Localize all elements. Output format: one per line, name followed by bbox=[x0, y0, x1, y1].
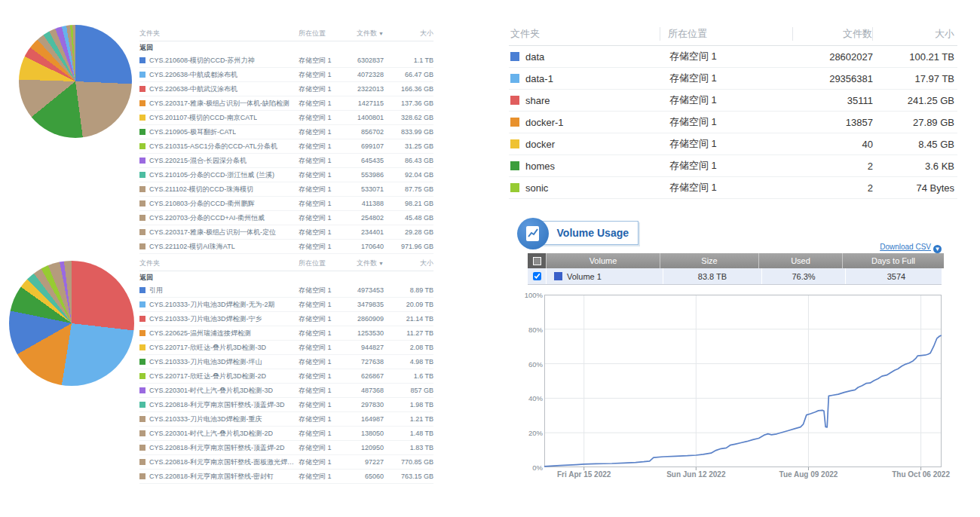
folder-row[interactable]: CYS.220638-中航成都涂布机存储空间 1407232866.47 GB bbox=[139, 68, 433, 82]
folder-name-cell[interactable]: CYS.220301-时代上汽-叠片机3D检测-3D bbox=[139, 386, 299, 396]
volume-name-cell[interactable]: Volume 1 bbox=[546, 268, 663, 284]
shared-folder-row[interactable]: sonic存储空间 1274 Bytes bbox=[509, 177, 957, 199]
folder-row[interactable]: CYS.220301-时代上汽-叠片机3D检测-3D存储空间 148736885… bbox=[139, 384, 433, 398]
folder-row[interactable]: CYS.221102-模切AI珠海ATL存储空间 1170640971.96 G… bbox=[139, 240, 433, 254]
folder-name-cell[interactable]: data bbox=[509, 51, 662, 63]
folder-name-cell[interactable]: CYS.211102-模切的CCD-珠海模切 bbox=[139, 185, 299, 194]
folder-name-cell[interactable]: CYS.220818-利元亨南京国轩整线-顶盖焊-2D bbox=[139, 443, 299, 453]
column-size[interactable]: Size bbox=[660, 253, 758, 268]
column-folder[interactable]: 文件夹 bbox=[509, 27, 660, 41]
folder-row[interactable]: CYS.220215-混合-长园深分条机存储空间 164543586.43 GB bbox=[139, 154, 433, 168]
folder-row[interactable]: CYS.210333-刀片电池3D焊检测-坪山存储空间 17276384.98 … bbox=[139, 355, 433, 369]
folder-name-cell[interactable]: CYS.220638-中航武汉涂布机 bbox=[139, 84, 299, 94]
folder-name-cell[interactable]: CYS.210608-模切的CCD-苏州力神 bbox=[139, 56, 299, 66]
folder-name-cell[interactable]: CYS.220215-混合-长园深分条机 bbox=[139, 156, 299, 166]
folder-name-cell[interactable]: CYS.220317-雅康-极组占识别一体机-缺陷检测 bbox=[139, 99, 299, 109]
folder-row[interactable]: CYS.210315-ASC1分条的CCD-ATL分条机存储空间 1699107… bbox=[139, 139, 433, 154]
folder-row[interactable]: CYS.220317-雅康-极组占识别一体机-缺陷检测存储空间 11427115… bbox=[139, 96, 433, 111]
folder-name-cell[interactable]: CYS.221102-模切AI珠海ATL bbox=[139, 242, 299, 252]
folder-name-cell[interactable]: CYS.220717-欣旺达-叠片机3D检测-2D bbox=[139, 372, 299, 381]
folder-row[interactable]: CYS.210608-模切的CCD-苏州力神存储空间 163028371.1 T… bbox=[139, 54, 433, 68]
folder-name-cell[interactable]: CYS.220301-时代上汽-叠片机3D检测-2D bbox=[139, 429, 299, 439]
folder-row[interactable]: CYS.220317-雅康-极组占识别一体机-定位存储空间 123440129.… bbox=[139, 225, 433, 240]
folder-name-cell[interactable]: CYS.220638-中航成都涂布机 bbox=[139, 70, 299, 80]
folder-row[interactable]: CYS.220638-中航武汉涂布机存储空间 12322013166.36 GB bbox=[139, 82, 433, 96]
folder-name-cell[interactable]: CYS.220703-分条的CCD+AI-衢州恒威 bbox=[139, 213, 299, 223]
folder-file-count: 626867 bbox=[342, 372, 384, 380]
folder-row[interactable]: CYS.210333-刀片电池3D焊检测-重庆存储空间 11649871.21 … bbox=[139, 412, 433, 427]
folder-row[interactable]: CYS.210905-极耳翻折-CATL存储空间 1856702833.99 G… bbox=[139, 125, 433, 139]
folder-name-cell[interactable]: CYS.210905-极耳翻折-CATL bbox=[139, 127, 299, 137]
column-size[interactable]: 大小 bbox=[872, 27, 957, 41]
folder-row[interactable]: CYS.220818-利元亨南京国轩整线-密封钉存储空间 165060763.1… bbox=[139, 470, 433, 484]
column-size[interactable]: 大小 bbox=[384, 258, 433, 268]
volume-checkbox[interactable] bbox=[533, 272, 541, 280]
folder-name-label: CYS.210105-分条的CCD-浙江恒威 (兰溪) bbox=[149, 170, 274, 180]
back-link[interactable]: 返回 bbox=[139, 271, 433, 283]
select-all-checkbox[interactable] bbox=[528, 253, 546, 268]
folder-row[interactable]: CYS.220717-欣旺达-叠片机3D检测-2D存储空间 16268671.6… bbox=[139, 369, 433, 384]
column-files-sorted[interactable]: 文件数▼ bbox=[342, 29, 384, 38]
folder-row[interactable]: CYS.220717-欣旺达-叠片机3D检测-3D存储空间 19448272.0… bbox=[139, 341, 433, 355]
shared-folder-row[interactable]: data-1存储空间 12935638117.97 TB bbox=[509, 68, 957, 90]
folder-name-cell[interactable]: homes bbox=[509, 161, 662, 172]
folder-row[interactable]: CYS.220703-分条的CCD+AI-衢州恒威存储空间 125480245.… bbox=[139, 211, 433, 225]
folder-name-cell[interactable]: CYS.220818-利元亨南京国轩整线-面板激光焊缝… bbox=[139, 457, 299, 467]
column-volume[interactable]: Volume bbox=[546, 253, 660, 268]
column-used[interactable]: Used bbox=[758, 253, 842, 268]
column-files[interactable]: 文件数 bbox=[792, 27, 872, 41]
back-link[interactable]: 返回 bbox=[139, 41, 433, 54]
folder-row[interactable]: CYS.211102-模切的CCD-珠海模切存储空间 153307187.75 … bbox=[139, 182, 433, 197]
folder-name-cell[interactable]: CYS.210333-刀片电池3D焊检测-坪山 bbox=[139, 357, 299, 367]
column-location[interactable]: 所在位置 bbox=[299, 258, 342, 268]
folder-row[interactable]: CYS.220818-利元亨南京国轩整线-顶盖焊-2D存储空间 11209501… bbox=[139, 441, 433, 455]
column-location[interactable]: 所在位置 bbox=[299, 29, 342, 38]
column-location[interactable]: 所在位置 bbox=[660, 27, 792, 41]
volume-row[interactable]: Volume 183.8 TB76.3%3574 bbox=[528, 268, 942, 285]
folder-name-cell[interactable]: docker-1 bbox=[509, 117, 662, 128]
download-icon[interactable]: ▼ bbox=[933, 245, 942, 253]
folder-name-cell[interactable]: CYS.220317-雅康-极组占识别一体机-定位 bbox=[139, 228, 299, 237]
shared-folder-row[interactable]: share存储空间 135111241.25 GB bbox=[509, 90, 957, 112]
folder-name-cell[interactable]: CYS.220818-利元亨南京国轩整线-密封钉 bbox=[139, 472, 299, 482]
folder-name-cell[interactable]: CYS.220818-利元亨南京国轩整线-顶盖焊-3D bbox=[139, 400, 299, 410]
folder-name-cell[interactable]: share bbox=[509, 95, 662, 106]
folder-row[interactable]: CYS.210333-刀片电池3D焊检测-无为-2期存储空间 134798352… bbox=[139, 298, 433, 312]
volume-checkbox-cell[interactable] bbox=[528, 268, 546, 284]
shared-folder-row[interactable]: homes存储空间 123.6 KB bbox=[509, 155, 957, 177]
folder-row[interactable]: CYS.220625-温州瑞浦连接焊检测存储空间 1125353011.27 T… bbox=[139, 326, 433, 341]
column-folder[interactable]: 文件夹 bbox=[139, 29, 299, 38]
folder-name-cell[interactable]: CYS.210803-分条的CCD-衢州鹏辉 bbox=[139, 199, 299, 209]
folder-row[interactable]: CYS.220818-利元亨南京国轩整线-面板激光焊缝…存储空间 1972277… bbox=[139, 455, 433, 470]
folder-name-cell[interactable]: CYS.210315-ASC1分条的CCD-ATL分条机 bbox=[139, 142, 299, 151]
folder-name-cell[interactable]: CYS.201107-模切的CCD-南京CATL bbox=[139, 113, 299, 123]
folder-name-cell[interactable]: 引用 bbox=[139, 286, 299, 295]
folder-size-pie-chart-top[interactable] bbox=[19, 25, 132, 138]
folder-name-cell[interactable]: CYS.210333-刀片电池3D焊检测-宁乡 bbox=[139, 314, 299, 324]
folder-name-cell[interactable]: sonic bbox=[509, 182, 662, 194]
folder-row[interactable]: CYS.220818-利元亨南京国轩整线-顶盖焊-3D存储空间 12978301… bbox=[139, 398, 433, 412]
shared-folder-row[interactable]: data存储空间 128602027100.21 TB bbox=[509, 46, 957, 68]
folder-row[interactable]: 引用存储空间 149734538.89 TB bbox=[139, 283, 433, 298]
folder-name-cell[interactable]: CYS.210333-刀片电池3D焊检测-重庆 bbox=[139, 415, 299, 424]
folder-row[interactable]: CYS.210803-分条的CCD-衢州鹏辉存储空间 141138898.21 … bbox=[139, 197, 433, 211]
folder-row[interactable]: CYS.201107-模切的CCD-南京CATL存储空间 11400801328… bbox=[139, 111, 433, 125]
folder-row[interactable]: CYS.210105-分条的CCD-浙江恒威 (兰溪)存储空间 15539869… bbox=[139, 168, 433, 182]
download-csv-link[interactable]: Download CSV bbox=[880, 243, 931, 251]
shared-folder-row[interactable]: docker-1存储空间 11385727.89 GB bbox=[509, 112, 957, 133]
folder-size-pie-chart-bottom[interactable] bbox=[9, 261, 134, 386]
folder-name-cell[interactable]: CYS.220717-欣旺达-叠片机3D检测-3D bbox=[139, 343, 299, 353]
column-size[interactable]: 大小 bbox=[384, 29, 433, 38]
folder-name-cell[interactable]: data-1 bbox=[509, 73, 662, 84]
folder-name-cell[interactable]: CYS.210105-分条的CCD-浙江恒威 (兰溪) bbox=[139, 170, 299, 180]
column-folder[interactable]: 文件夹 bbox=[139, 258, 299, 268]
column-files-sorted[interactable]: 文件数▼ bbox=[342, 258, 384, 268]
folder-row[interactable]: CYS.220301-时代上汽-叠片机3D检测-2D存储空间 11380501.… bbox=[139, 427, 433, 441]
legend-color-icon bbox=[139, 129, 145, 135]
column-days-to-full[interactable]: Days to Full bbox=[842, 253, 944, 268]
folder-row[interactable]: CYS.210333-刀片电池3D焊检测-宁乡存储空间 1286090921.1… bbox=[139, 312, 433, 326]
folder-name-cell[interactable]: CYS.210333-刀片电池3D焊检测-无为-2期 bbox=[139, 300, 299, 310]
folder-name-cell[interactable]: docker bbox=[509, 139, 662, 150]
folder-name-cell[interactable]: CYS.220625-温州瑞浦连接焊检测 bbox=[139, 329, 299, 338]
shared-folder-row[interactable]: docker存储空间 1408.45 GB bbox=[509, 133, 957, 155]
